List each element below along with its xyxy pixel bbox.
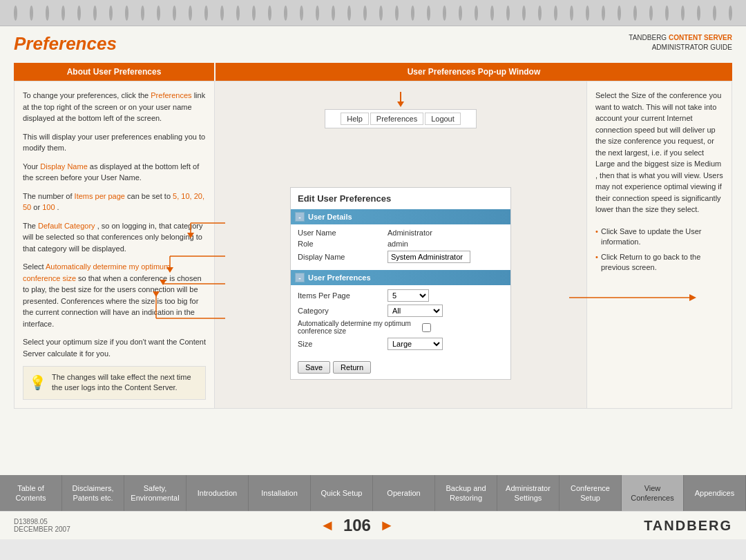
spiral-dot [459, 6, 462, 21]
spiral-dot [633, 6, 637, 21]
save-button[interactable]: Save [298, 361, 330, 374]
toggle-user-details[interactable]: - [295, 212, 305, 222]
user-prefs-header: - User Preferences [291, 270, 510, 285]
user-details-form: User Name Administrator Role admin Displ… [291, 224, 510, 270]
spiral-dot [713, 6, 716, 21]
category-select[interactable]: All [388, 305, 443, 317]
return-button[interactable]: Return [333, 361, 371, 374]
nav-bar: Help Preferences Logout [325, 109, 477, 128]
auto-size-row: Automatically determine my optimum confe… [298, 320, 504, 335]
user-name-row: User Name Administrator [298, 229, 504, 237]
user-name-label: User Name [298, 229, 388, 237]
left-para5: The Default Category , so on logging in,… [23, 220, 206, 255]
spiral-dot [729, 6, 732, 21]
nav-conference-setup[interactable]: ConferenceSetup [560, 475, 622, 511]
tip-text: The changes will take effect the next ti… [52, 372, 200, 394]
help-nav-item[interactable]: Help [341, 113, 369, 125]
spiral-dot [443, 6, 446, 21]
page-num-bar: D13898.05 DECEMBER 2007 ◄ 106 ► TANDBERG [0, 511, 746, 539]
spiral-dot [618, 6, 621, 21]
items-per-page-label: Items Per Page [298, 291, 388, 300]
spiral-dot [586, 6, 589, 21]
nav-operation[interactable]: Operation [373, 475, 435, 511]
svg-marker-1 [397, 102, 404, 107]
save-link[interactable]: Save [620, 227, 637, 235]
spiral-dot [332, 6, 335, 21]
large-link[interactable]: Large [595, 160, 615, 168]
content-layout: To change your preferences, click the Pr… [14, 81, 732, 409]
size-select[interactable]: Large Medium Small [388, 338, 443, 350]
nav-quick-setup[interactable]: Quick Setup [311, 475, 373, 511]
user-prefs-popup-header: User Preferences Pop-up Window [216, 63, 732, 81]
page-number: 106 [343, 516, 371, 535]
content-server-label: CONTENT SERVER [669, 34, 732, 41]
spiral-dot [109, 6, 113, 21]
spiral-dot [236, 6, 240, 21]
center-panel: Help Preferences Logout [215, 81, 586, 408]
doc-num: D13898.05 [14, 518, 70, 525]
spiral-dot [157, 6, 160, 21]
bullet-save: Click Save to update the User informatio… [595, 226, 723, 248]
nav-view-conferences[interactable]: ViewConferences [622, 475, 684, 511]
items-per-page-select[interactable]: 5 10 20 50 100 [388, 289, 429, 302]
medium-link[interactable]: Medium [694, 160, 721, 168]
nav-backup[interactable]: Backup andRestoring [435, 475, 497, 511]
return-link[interactable]: Return [620, 253, 642, 261]
guide-label: ADMINISTRATOR GUIDE [652, 44, 732, 51]
preferences-nav-item[interactable]: Preferences [370, 113, 423, 125]
toggle-user-prefs[interactable]: - [295, 273, 305, 282]
spiral-dot [427, 6, 430, 21]
role-label: Role [298, 240, 388, 248]
nav-safety[interactable]: Safety,Environmental [124, 475, 186, 511]
spiral-binding [0, 0, 746, 26]
display-name-label: Display Name [298, 253, 388, 261]
spiral-dot [411, 6, 414, 21]
default-category-link[interactable]: Default Category [38, 222, 95, 230]
tandberg-logo: TANDBERG [644, 518, 732, 534]
user-details-header: - User Details [291, 209, 510, 224]
size-link[interactable]: Size [631, 91, 646, 99]
size-row: Size Large Medium Small [298, 338, 504, 350]
user-name-value: Administrator [388, 229, 432, 237]
spiral-dot [141, 6, 144, 21]
display-name-input[interactable] [388, 251, 470, 263]
left-para4: The number of Items per page can be set … [23, 191, 206, 213]
preferences-link[interactable]: Preferences [151, 91, 191, 99]
spiral-dot [189, 6, 192, 21]
spiral-dot [300, 6, 303, 21]
left-panel: To change your preferences, click the Pr… [15, 81, 215, 408]
spiral-dot [379, 6, 383, 21]
spiral-dot [649, 6, 653, 21]
tip-icon: 💡 [29, 372, 46, 394]
right-panel: Select the Size of the conference you wa… [586, 81, 731, 408]
prev-page-arrow[interactable]: ◄ [320, 516, 335, 534]
nav-table-of-contents[interactable]: Table ofContents [0, 475, 62, 511]
edit-prefs-title: Edit User Preferences [291, 188, 510, 209]
nav-disclaimers[interactable]: Disclaimers,Patents etc. [62, 475, 124, 511]
next-page-arrow[interactable]: ► [379, 516, 394, 534]
auto-size-checkbox[interactable] [422, 323, 431, 332]
spiral-dot [363, 6, 367, 21]
spiral-dot [220, 6, 224, 21]
brand-info: TANDBERG CONTENT SERVER ADMINISTRATOR GU… [629, 33, 732, 52]
items-per-page-link[interactable]: Items per page [75, 192, 125, 200]
spiral-dot [30, 6, 33, 21]
left-para7: Select your optimum size if you don't wa… [23, 336, 206, 359]
about-user-prefs-header: About User Preferences [14, 63, 214, 81]
nav-admin-settings[interactable]: AdministratorSettings [497, 475, 560, 511]
spiral-dot [284, 6, 287, 21]
section-headers: About User Preferences User Preferences … [14, 63, 732, 81]
bullet-return: Click Return to go back to the previous … [595, 252, 723, 273]
nav-installation[interactable]: Installation [249, 475, 311, 511]
nav-appendices[interactable]: Appendices [684, 475, 746, 511]
brand-name: TANDBERG [629, 34, 667, 41]
nav-introduction[interactable]: Introduction [186, 475, 249, 511]
spiral-dot [347, 6, 351, 21]
spiral-dot [538, 6, 542, 21]
left-para1: To change your preferences, click the Pr… [23, 90, 206, 124]
spiral-dot [125, 6, 128, 21]
logout-nav-item[interactable]: Logout [425, 113, 461, 125]
category-label: Category [298, 307, 388, 315]
display-name-link[interactable]: Display Name [40, 162, 87, 171]
doc-info: D13898.05 DECEMBER 2007 [14, 518, 70, 533]
